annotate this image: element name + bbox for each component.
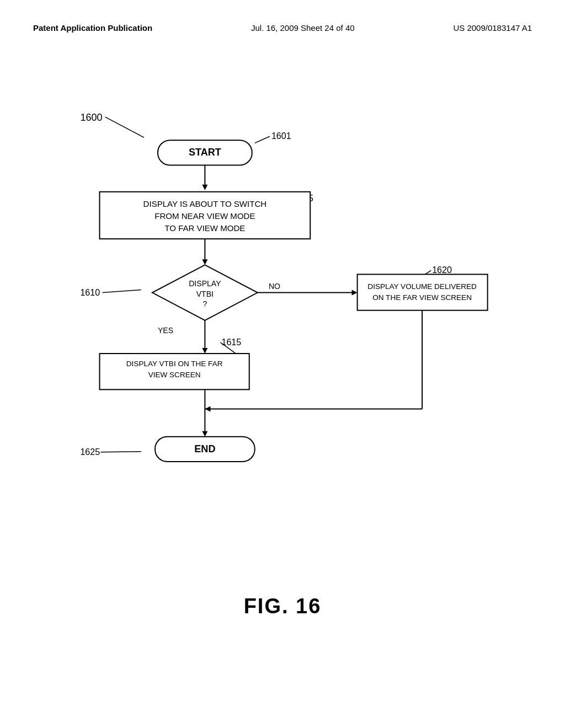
svg-marker-3 (202, 185, 207, 190)
process1615-line2: VIEW SCREEN (148, 371, 201, 379)
decision1610-line1: DISPLAY (189, 280, 221, 288)
header: Patent Application Publication Jul. 16, … (33, 22, 532, 34)
process1605-line1: DISPLAY IS ABOUT TO SWITCH (143, 199, 267, 208)
svg-line-7 (103, 290, 141, 293)
start-label: START (189, 147, 221, 158)
svg-marker-12 (202, 348, 207, 354)
date-sheet-label: Jul. 16, 2009 Sheet 24 of 40 (251, 23, 355, 33)
header-right: US 2009/0183147 A1 (453, 22, 532, 34)
ref-1600: 1600 (80, 112, 102, 123)
decision1610-line3: ? (202, 299, 207, 308)
ref-1625: 1625 (80, 447, 100, 457)
process1620-line2: ON THE FAR VIEW SCREEN (372, 293, 472, 302)
process1620-node (358, 274, 488, 310)
figure-label: FIG. 16 (244, 595, 322, 618)
patent-number-label: US 2009/0183147 A1 (453, 23, 532, 33)
svg-line-1 (255, 136, 270, 143)
process1605-line2: FROM NEAR VIEW MODE (154, 211, 255, 221)
end-label: END (194, 443, 215, 454)
flowchart-svg: 1600 1601 START 1605 DISPLAY IS ABOUT TO… (33, 45, 532, 651)
diagram-container: 1600 1601 START 1605 DISPLAY IS ABOUT TO… (33, 45, 532, 651)
process1620-line1: DISPLAY VOLUME DELIVERED (367, 282, 477, 291)
svg-line-20 (101, 452, 141, 452)
publication-label: Patent Application Publication (33, 23, 152, 33)
page: Patent Application Publication Jul. 16, … (0, 0, 565, 728)
process1615-line1: DISPLAY VTBI ON THE FAR (126, 360, 223, 368)
process1605-line3: TO FAR VIEW MODE (164, 223, 245, 233)
svg-line-0 (105, 117, 144, 137)
svg-marker-19 (202, 431, 207, 437)
ref-1620: 1620 (432, 265, 452, 275)
svg-marker-9 (352, 290, 358, 296)
yes-label: YES (158, 326, 173, 335)
header-center: Jul. 16, 2009 Sheet 24 of 40 (251, 22, 355, 34)
svg-marker-16 (205, 406, 210, 411)
svg-marker-6 (202, 259, 207, 265)
ref-1610: 1610 (80, 287, 100, 297)
no-label: NO (269, 282, 280, 291)
header-left: Patent Application Publication (33, 22, 152, 34)
decision1610-line2: VTBI (196, 290, 214, 298)
ref-1601: 1601 (271, 131, 291, 141)
